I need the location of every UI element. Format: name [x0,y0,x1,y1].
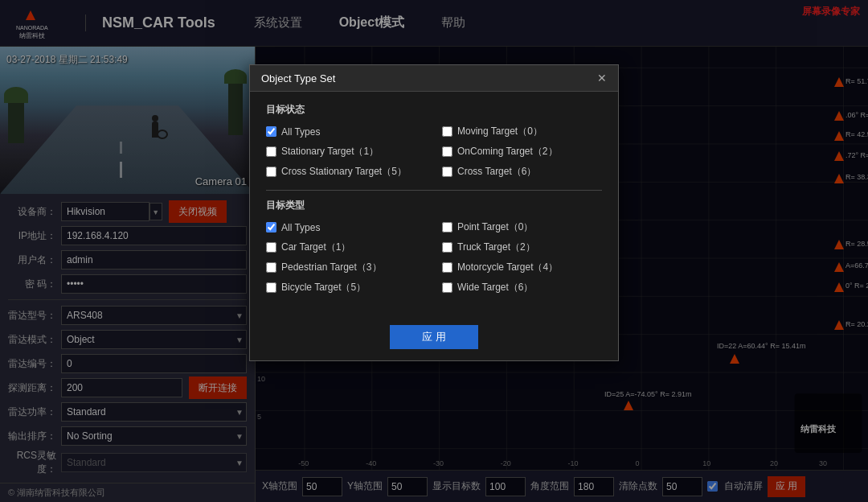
checkbox-label-t_motorcycle: Motorcycle Target（4） [457,261,558,274]
checkbox-label-s_all: All Types [281,126,320,138]
modal-overlay: Object Type Set ✕ 目标状态 All TypesMoving T… [0,0,868,502]
checkbox-item-t_wide[interactable]: Wide Target（6） [442,281,602,294]
modal-body: 目标状态 All TypesMoving Target（0）Stationary… [250,92,618,317]
checkbox-label-t_truck: Truck Target（2） [457,241,535,254]
checkbox-s_stationary[interactable] [266,146,276,157]
section2-label: 目标类型 [266,199,602,212]
modal-header: Object Type Set ✕ [250,65,618,92]
checkbox-label-t_pedestrian: Pedestrian Target（3） [281,261,382,274]
checkbox-s_oncoming[interactable] [442,146,452,157]
checkbox-t_point[interactable] [442,222,452,232]
checkbox-t_wide[interactable] [442,282,452,293]
checkbox-s_cross_stationary[interactable] [266,167,276,177]
checkbox-t_pedestrian[interactable] [266,262,276,273]
checkbox-s_all[interactable] [266,126,276,137]
checkbox-item-t_point[interactable]: Point Target（0） [442,220,602,234]
checkbox-item-t_pedestrian[interactable]: Pedestrian Target（3） [266,261,426,274]
checkbox-t_motorcycle[interactable] [442,262,452,273]
checkbox-item-t_bicycle[interactable]: Bicycle Target（5） [266,281,426,294]
checkbox-label-s_cross_stationary: Cross Stationary Target（5） [281,165,407,179]
section1-label: 目标状态 [266,103,602,117]
checkbox-item-s_cross[interactable]: Cross Target（6） [442,165,602,179]
checkbox-label-s_oncoming: OnComing Target（2） [457,145,558,158]
checkbox-item-t_all[interactable]: All Types [266,220,426,234]
checkbox-t_car[interactable] [266,242,276,253]
checkbox-label-s_stationary: Stationary Target（1） [281,145,379,158]
checkbox-label-t_wide: Wide Target（6） [457,281,533,294]
checkbox-item-t_car[interactable]: Car Target（1） [266,241,426,254]
modal-title: Object Type Set [261,72,335,84]
checkbox-item-t_truck[interactable]: Truck Target（2） [442,241,602,254]
modal-footer: 应 用 [250,317,618,360]
checkbox-item-t_motorcycle[interactable]: Motorcycle Target（4） [442,261,602,274]
checkbox-label-t_all: All Types [281,222,320,233]
checkbox-t_truck[interactable] [442,242,452,253]
modal-close-button[interactable]: ✕ [597,72,607,84]
checkbox-s_cross[interactable] [442,167,452,177]
checkbox-label-s_cross: Cross Target（6） [457,165,536,179]
checkbox-t_all[interactable] [266,222,276,232]
checkbox-item-s_stationary[interactable]: Stationary Target（1） [266,145,426,158]
checkbox-item-s_oncoming[interactable]: OnComing Target（2） [442,145,602,158]
checkbox-label-t_car: Car Target（1） [281,241,350,254]
object-type-modal: Object Type Set ✕ 目标状态 All TypesMoving T… [249,64,619,361]
checkbox-item-s_all[interactable]: All Types [266,125,426,138]
checkbox-s_moving[interactable] [442,126,452,137]
checkbox-label-t_point: Point Target（0） [457,220,534,234]
checkbox-label-s_moving: Moving Target（0） [457,125,542,138]
checkbox-label-t_bicycle: Bicycle Target（5） [281,281,366,294]
checkbox-item-s_cross_stationary[interactable]: Cross Stationary Target（5） [266,165,426,179]
checkbox-item-s_moving[interactable]: Moving Target（0） [442,125,602,138]
checkbox-t_bicycle[interactable] [266,282,276,293]
target-type-grid: All TypesPoint Target（0）Car Target（1）Tru… [266,220,602,294]
modal-apply-button[interactable]: 应 用 [390,325,478,349]
target-status-grid: All TypesMoving Target（0）Stationary Targ… [266,125,602,179]
